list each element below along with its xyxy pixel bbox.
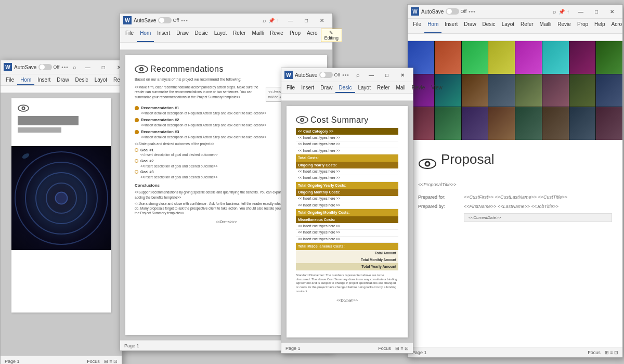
tab-file-1[interactable]: File	[3, 75, 17, 85]
total-costs-label: Total Costs:	[296, 154, 398, 162]
autosave-toggle-1[interactable]: Off	[38, 64, 59, 70]
tab-prop-2[interactable]: Prop	[287, 29, 304, 42]
tab-refer-2[interactable]: Refer	[230, 29, 249, 42]
search-icon-4[interactable]: ⌕	[553, 8, 556, 15]
tab-insert-2[interactable]: Insert	[154, 29, 173, 42]
minimize-btn-2[interactable]: —	[283, 16, 298, 25]
editing-btn-2[interactable]: ✎ Editing	[321, 29, 343, 42]
ruler-svg-2	[120, 43, 332, 50]
tab-draw-4[interactable]: Draw	[461, 20, 479, 33]
tab-layout-4[interactable]: Layot	[499, 20, 517, 33]
tab-acro-4[interactable]: Acro	[608, 20, 624, 33]
tab-file-2[interactable]: File	[122, 29, 137, 42]
tab-home-2[interactable]: Hom	[137, 29, 154, 42]
view-icons-3[interactable]: ⊞ ≡ ⊡	[395, 346, 409, 351]
tab-review-3[interactable]: Revie	[409, 83, 428, 93]
doc-area-3: Cost Summary << Cost Category >> << Inse…	[281, 101, 413, 343]
svg-rect-15	[408, 34, 622, 41]
prepared-by-value: <<FirstName>> <<LastName>> <<JobTitle>>	[464, 204, 558, 209]
tab-mail-2[interactable]: Mailli	[249, 29, 267, 42]
tab-mail-3[interactable]: Mail	[393, 83, 408, 93]
maximize-btn-2[interactable]: □	[299, 16, 314, 25]
tab-layout-1[interactable]: Layot	[92, 75, 110, 85]
goal-label-3: Goal #3	[140, 170, 153, 174]
title-bar-2: W AutoSave Off ••• ⌕ 📌 ↑ — □ ✕	[120, 14, 332, 28]
tab-home-1[interactable]: Hom	[17, 75, 34, 85]
close-btn-3[interactable]: ✕	[395, 70, 410, 80]
svg-point-4	[22, 108, 24, 109]
tab-view-3[interactable]: View	[428, 83, 446, 93]
tab-review-2[interactable]: Revie	[267, 29, 287, 42]
win-controls-2: — □ ✕	[283, 16, 329, 25]
tab-acro-2[interactable]: Acro	[304, 29, 321, 42]
word-icon-1: W	[4, 63, 12, 71]
tab-draw-2[interactable]: Draw	[173, 29, 191, 42]
tab-mail-4[interactable]: Mailli	[537, 20, 555, 33]
tab-file-3[interactable]: File	[283, 83, 298, 93]
photo-cell-19	[488, 107, 515, 140]
search-icon-3[interactable]: ⌕	[356, 72, 360, 78]
ruler-1	[1, 86, 122, 93]
autosave-toggle-2[interactable]: Off	[158, 17, 179, 23]
focus-label-3[interactable]: Focus	[378, 346, 391, 351]
tab-insert-1[interactable]: Insert	[34, 75, 54, 85]
view-icons-1[interactable]: ⊞ ≡ ⊡	[104, 359, 118, 364]
ongoing-monthly-header: Ongoing Monthly Costs:	[296, 189, 398, 196]
misc-header-row: Miscellaneous Costs:	[296, 216, 398, 223]
tab-review-4[interactable]: Revie	[554, 20, 574, 33]
tab-refer-4[interactable]: Refer	[517, 20, 536, 33]
ongoing-yearly-header: Ongoing Yearly Costs:	[296, 162, 398, 168]
ruler-svg-4	[408, 34, 622, 41]
total-monthly-label: Total Monthly Amount	[296, 257, 398, 264]
maximize-btn-4[interactable]: □	[589, 7, 604, 16]
photo-cell-4	[515, 41, 542, 74]
maximize-btn-1[interactable]: □	[96, 62, 111, 72]
share-icon-4[interactable]: ↑	[567, 9, 569, 15]
focus-label-1[interactable]: Focus	[87, 359, 100, 364]
maximize-btn-3[interactable]: □	[380, 70, 394, 80]
tab-design-3[interactable]: Desic	[335, 83, 355, 93]
autosave-toggle-4[interactable]: Off	[446, 8, 466, 15]
tab-file-4[interactable]: File	[410, 20, 424, 33]
more-options-4[interactable]: •••	[469, 9, 476, 15]
tab-design-1[interactable]: Desic	[72, 75, 92, 85]
share-icon-2[interactable]: ↑	[277, 18, 279, 23]
view-icons-4[interactable]: ⊞ ≡ ⊡	[605, 350, 618, 355]
toggle-text-4: Off	[460, 9, 466, 14]
toggle-track-3[interactable]	[319, 72, 333, 78]
tab-help-4[interactable]: Help	[591, 20, 608, 33]
minimize-btn-1[interactable]: —	[81, 62, 95, 72]
close-btn-4[interactable]: ✕	[605, 7, 619, 16]
search-icon-1[interactable]: ⌕	[73, 64, 76, 70]
tab-layout-2[interactable]: Layot	[211, 29, 230, 42]
toggle-track-2[interactable]	[158, 17, 172, 23]
monthly-row-1-val	[390, 196, 398, 202]
more-options-3[interactable]: •••	[342, 72, 349, 78]
tab-home-4[interactable]: Hom	[424, 20, 441, 33]
close-btn-2[interactable]: ✕	[315, 16, 329, 25]
minimize-btn-4[interactable]: —	[574, 7, 588, 16]
tab-prop-4[interactable]: Prop	[574, 20, 591, 33]
tab-refer-3[interactable]: Refer	[374, 83, 393, 93]
more-options-2[interactable]: •••	[181, 18, 188, 23]
tab-draw-3[interactable]: Draw	[317, 83, 335, 93]
more-options-1[interactable]: •••	[61, 64, 69, 70]
tab-insert-4[interactable]: Insert	[441, 20, 461, 33]
misc-total-label: Total Miscellaneous Costs:	[296, 243, 398, 250]
tab-layout-3[interactable]: Layot	[355, 83, 374, 93]
minimize-btn-3[interactable]: —	[364, 70, 379, 80]
rec-bullet-2	[135, 118, 139, 122]
tab-design-4[interactable]: Desic	[479, 20, 499, 33]
tab-draw-1[interactable]: Draw	[54, 75, 72, 85]
goal-label-2: Goal #2	[140, 159, 153, 163]
pin-icon-4[interactable]: 📌	[558, 9, 565, 15]
monthly-row-1-text: << Insert cost types here >>	[296, 196, 390, 202]
focus-label-4[interactable]: Focus	[588, 350, 601, 355]
pin-icon-2[interactable]: 📌	[268, 18, 275, 23]
autosave-toggle-3[interactable]: Off	[319, 72, 340, 78]
tab-insert-3[interactable]: Insert	[298, 83, 317, 93]
toggle-track-1[interactable]	[38, 64, 52, 70]
search-icon-2[interactable]: ⌕	[263, 17, 266, 23]
tab-design-2[interactable]: Desic	[192, 29, 211, 42]
toggle-track-4[interactable]	[446, 8, 459, 15]
